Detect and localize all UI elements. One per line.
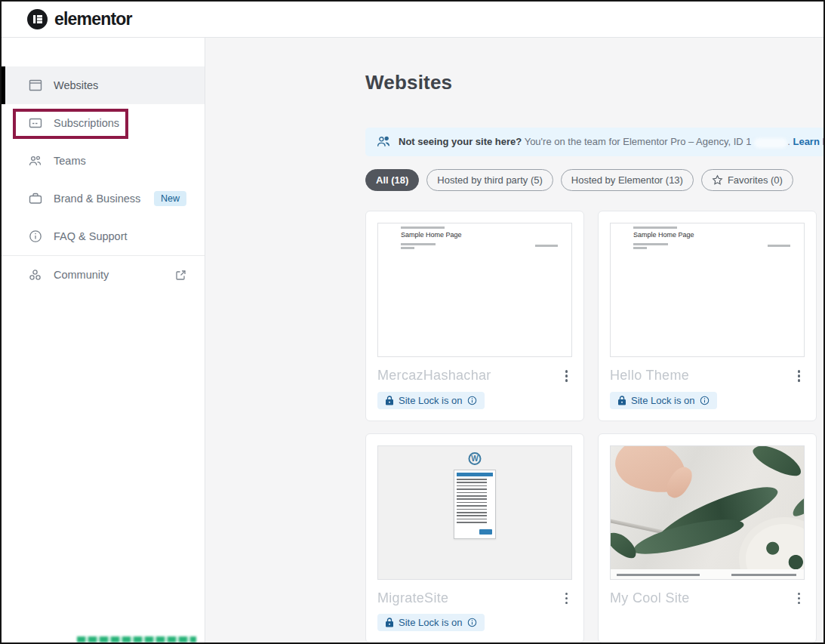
sidebar: Websites Subscriptions Teams: [2, 38, 205, 642]
sidebar-item-brand-business[interactable]: Brand & Business New: [2, 180, 205, 217]
site-lock-label: Site Lock is on: [399, 395, 463, 406]
site-lock-badge[interactable]: Site Lock is on: [377, 614, 485, 631]
site-thumbnail-kale-photo: [610, 445, 805, 580]
banner-suffix: .: [787, 136, 790, 147]
banner-text: Not seeing your site here? You're on the…: [399, 136, 823, 147]
filter-favorites[interactable]: Favorites (0): [701, 169, 793, 191]
site-thumbnail-wordpress-setup: W: [377, 445, 572, 580]
sidebar-item-label: Websites: [54, 79, 98, 91]
app-shell: Websites Subscriptions Teams: [2, 38, 823, 642]
team-notice-banner: Not seeing your site here? You're on the…: [365, 128, 823, 156]
sidebar-item-label: Teams: [54, 155, 86, 167]
elementor-logo[interactable]: elementor: [27, 9, 132, 29]
thumb-text-line: [633, 226, 677, 229]
green-screenshot-artifact: [77, 636, 196, 642]
page-title: Websites: [365, 71, 823, 94]
people-icon: [28, 154, 42, 168]
sample-home-page-heading: Sample Home Page: [401, 231, 462, 239]
active-item-indicator: [2, 66, 5, 104]
thumb-text-line: [617, 574, 700, 576]
thumb-text-line: [633, 243, 668, 245]
filter-hosted-elementor[interactable]: Hosted by Elementor (13): [561, 169, 694, 191]
site-card[interactable]: My Cool Site: [598, 433, 817, 643]
selected-language-bar: [457, 473, 493, 476]
learn-how-link[interactable]: Learn how to co: [793, 136, 823, 147]
top-bar: elementor: [2, 2, 823, 38]
elementor-wordmark: elementor: [54, 9, 132, 29]
sidebar-item-websites[interactable]: Websites: [2, 66, 205, 104]
elementor-dashboard: { "header": { "brand": "elementor" }, "s…: [0, 0, 825, 644]
kale-leaf-shape: [750, 445, 805, 482]
site-thumbnail-sample-home-page: Sample Home Page: [610, 223, 805, 357]
browser-window-icon: [28, 79, 42, 93]
filter-favorites-label: Favorites (0): [728, 174, 783, 186]
sidebar-item-faq-support[interactable]: FAQ & Support: [2, 217, 205, 255]
banner-body-text: You're on the team for Elementor Pro – A…: [525, 136, 752, 147]
sidebar-item-teams[interactable]: Teams: [2, 142, 205, 180]
external-link-icon: [175, 270, 186, 281]
thumb-text-line: [401, 226, 445, 229]
thumb-text-line: [401, 243, 436, 245]
continue-button-shape: [479, 529, 492, 535]
filter-hosted-third-party[interactable]: Hosted by third party (5): [426, 169, 553, 191]
site-title: MercazHashachar: [377, 368, 491, 384]
sidebar-item-label: FAQ & Support: [54, 230, 128, 242]
card-menu-icon[interactable]: [793, 590, 805, 608]
team-people-icon: [376, 134, 391, 149]
lock-icon: [385, 618, 394, 627]
info-icon: [700, 396, 710, 405]
site-lock-label: Site Lock is on: [631, 395, 695, 406]
sidebar-item-community[interactable]: Community: [2, 256, 205, 294]
thumb-text-line: [633, 247, 647, 249]
wordpress-logo-icon: W: [469, 452, 482, 465]
elementor-logo-icon: [27, 9, 48, 29]
site-lock-label: Site Lock is on: [399, 617, 463, 628]
site-title: MigrateSite: [377, 590, 448, 606]
subscription-card-icon: [28, 116, 42, 131]
card-menu-icon[interactable]: [561, 367, 573, 385]
community-icon: [28, 268, 42, 282]
info-circle-icon: [28, 230, 42, 244]
lock-icon: [385, 396, 394, 405]
sample-home-page-heading: Sample Home Page: [633, 231, 694, 239]
wordpress-language-dialog: [454, 470, 496, 539]
sidebar-item-label: Subscriptions: [54, 117, 119, 129]
info-icon: [467, 618, 477, 627]
site-title: My Cool Site: [610, 590, 690, 606]
kale-leaf-shape: [789, 482, 805, 519]
star-icon: [712, 174, 723, 186]
filter-all[interactable]: All (18): [365, 169, 419, 191]
card-menu-icon[interactable]: [793, 367, 805, 385]
thumb-text-line: [535, 245, 558, 247]
site-lock-badge[interactable]: Site Lock is on: [610, 392, 717, 409]
site-lock-badge[interactable]: Site Lock is on: [377, 392, 485, 409]
redacted-agency-id: [754, 138, 787, 148]
lock-icon: [617, 396, 626, 405]
site-thumbnail-sample-home-page: Sample Home Page: [377, 223, 572, 357]
main-content: Websites Not seeing your site here? You'…: [205, 38, 823, 642]
site-card[interactable]: Sample Home Page Hello Theme Site Lock i…: [598, 211, 817, 421]
sidebar-item-label: Brand & Business: [54, 193, 140, 205]
thumb-text-line: [768, 245, 790, 247]
info-icon: [467, 396, 477, 405]
banner-bold-text: Not seeing your site here?: [399, 136, 522, 147]
filter-chips: All (18) Hosted by third party (5) Hoste…: [365, 169, 823, 191]
thumb-caption-strip: [611, 569, 804, 579]
new-badge: New: [154, 191, 186, 206]
thumb-text-line: [731, 574, 796, 576]
sidebar-item-subscriptions[interactable]: Subscriptions: [2, 104, 205, 142]
card-menu-icon[interactable]: [561, 590, 573, 608]
site-card[interactable]: Sample Home Page MercazHashachar Site Lo…: [365, 211, 584, 421]
site-title: Hello Theme: [610, 368, 689, 384]
thumb-text-line: [401, 247, 414, 249]
briefcase-icon: [28, 192, 42, 206]
websites-grid: Sample Home Page MercazHashachar Site Lo…: [365, 211, 823, 642]
site-card[interactable]: W MigrateSite Site Lock is on: [365, 433, 584, 643]
sidebar-item-label: Community: [54, 269, 109, 281]
language-list-lines: [457, 479, 487, 525]
